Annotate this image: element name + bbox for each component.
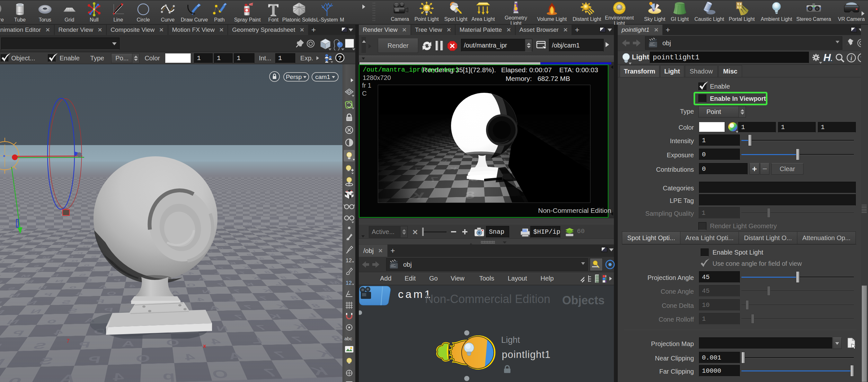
svg-text:?: ?	[338, 55, 342, 61]
svg-text:12: 12	[346, 280, 352, 286]
svg-text:abc: abc	[344, 336, 352, 341]
svg-text:i: i	[850, 55, 852, 62]
svg-text:12: 12	[346, 257, 352, 264]
